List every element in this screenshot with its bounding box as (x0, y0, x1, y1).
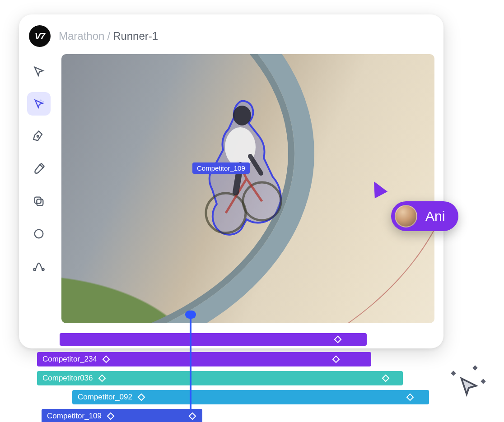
keyframe-icon[interactable] (189, 413, 196, 420)
annotation-label[interactable]: Competitor_109 (192, 162, 250, 174)
keyframe-icon[interactable] (332, 356, 340, 363)
svg-point-9 (233, 106, 251, 125)
svg-point-0 (37, 135, 39, 137)
header: V7 Marathon / Runner-1 (19, 14, 443, 54)
track-row[interactable]: Competitor_092 (72, 390, 429, 404)
auto-annotate-tool[interactable] (27, 92, 51, 116)
track-row[interactable]: Competitor_234 (37, 352, 371, 366)
svg-rect-1 (37, 199, 43, 205)
logo-text: V7 (35, 31, 45, 42)
cursor-icon (456, 374, 481, 399)
keyframe-icon[interactable] (406, 394, 414, 401)
path-tool[interactable] (27, 255, 51, 278)
breadcrumb-parent[interactable]: Marathon (59, 30, 104, 42)
breadcrumb[interactable]: Marathon / Runner-1 (59, 30, 158, 42)
keyframe-icon[interactable] (137, 394, 145, 401)
sparkle-pointer-icon (33, 97, 45, 110)
track-label: Competitor_092 (78, 393, 132, 402)
ellipse-tool[interactable] (27, 222, 51, 246)
pointer-icon (33, 65, 45, 78)
track-label: Competitor036 (42, 374, 93, 383)
track-row[interactable]: Competitor036 (37, 371, 403, 385)
keyframe-icon[interactable] (107, 413, 114, 420)
sparkle-cursor-decoration (456, 374, 481, 399)
pen-tool[interactable] (27, 125, 51, 148)
body: Competitor_109 (19, 54, 443, 348)
viewport-column: Competitor_109 (59, 54, 443, 348)
brush-tool[interactable] (27, 157, 51, 181)
keyframe-icon[interactable] (382, 375, 390, 382)
track-label: Competitor_234 (42, 355, 97, 364)
track-row[interactable]: Competitor_109 (42, 409, 202, 422)
brush-icon (33, 162, 45, 175)
timeline-scrubber-segment[interactable] (60, 333, 367, 346)
svg-point-3 (35, 230, 43, 238)
ellipse-icon (33, 227, 45, 240)
keyframe-icon[interactable] (102, 356, 110, 363)
pointer-tool[interactable] (27, 60, 51, 83)
avatar (395, 205, 417, 227)
collaborator-name: Ani (425, 209, 445, 224)
toolbar (19, 54, 59, 348)
keyframe-icon[interactable] (98, 375, 106, 382)
path-icon (33, 260, 45, 273)
keyframe-icon[interactable] (334, 336, 342, 343)
copy-tool[interactable] (27, 190, 51, 213)
breadcrumb-current[interactable]: Runner-1 (113, 30, 158, 42)
track-label: Competitor_109 (47, 412, 102, 421)
copy-icon (33, 195, 45, 208)
breadcrumb-separator: / (107, 30, 110, 42)
pen-icon (33, 130, 45, 143)
annotation-label-text: Competitor_109 (197, 164, 245, 172)
svg-rect-2 (35, 197, 41, 204)
logo: V7 (29, 25, 51, 47)
collaborator-pill[interactable]: Ani (391, 201, 458, 231)
